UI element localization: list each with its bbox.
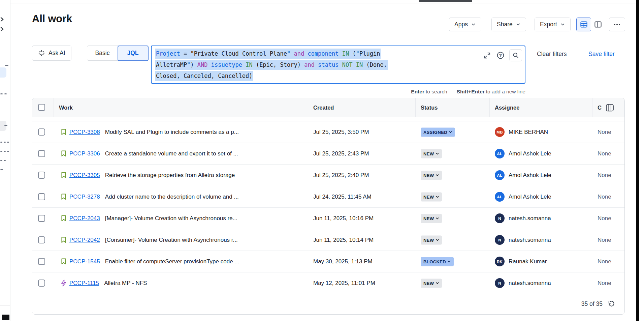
column-header-work[interactable]: Work [59, 98, 73, 117]
ai-sparkle-icon [38, 50, 45, 57]
assignee-cell: MBMIKE BERHAN [495, 121, 548, 143]
issue-summary[interactable]: Alletra MP - NFS [104, 280, 147, 287]
mode-jql-button[interactable]: JQL [118, 46, 149, 61]
issue-key-link[interactable]: PCCP-1545 [69, 258, 100, 265]
status-badge[interactable]: ASSIGNED [421, 127, 455, 137]
sidebar-fragment [5, 65, 8, 66]
help-icon: ? [496, 51, 505, 60]
jql-editor[interactable]: Project = "Private Cloud Control Plane" … [151, 46, 525, 84]
assignee-avatar: N [495, 235, 505, 245]
row-checkbox[interactable] [38, 172, 45, 179]
syntax-help-button[interactable]: ? [496, 51, 505, 60]
work-items-table: Work Created Status Assignee C PCCP-3308… [32, 98, 625, 315]
svg-text:?: ? [499, 53, 502, 58]
table-row[interactable]: PCCP-3306Create a standalone volume and … [32, 143, 624, 165]
sidebar-expand-chevron-icon[interactable] [0, 17, 4, 22]
chevron-down-icon [449, 130, 452, 134]
column-header-truncated[interactable]: C [598, 98, 602, 117]
select-all-checkbox[interactable] [38, 104, 45, 111]
status-badge[interactable]: NEW [421, 235, 442, 244]
issue-key-link[interactable]: PCCP-3278 [69, 194, 100, 200]
status-label: NEW [423, 173, 434, 178]
status-badge[interactable]: NEW [421, 279, 442, 288]
row-checkbox[interactable] [38, 236, 45, 243]
assignee-name: Amol Ashok Lele [509, 194, 551, 200]
chevron-down-icon [436, 238, 439, 242]
issue-summary[interactable]: Create a standalone volume and export it… [105, 150, 238, 157]
sidebar-fragment [0, 151, 2, 152]
issue-key-link[interactable]: PCCP-3308 [69, 129, 100, 136]
created-cell: May 12, 2025, 11:01 PM [313, 280, 375, 287]
story-icon [61, 172, 67, 179]
refresh-button[interactable] [607, 300, 615, 308]
work-cell: PCCP-3305Retrieve the storage properties… [61, 165, 235, 186]
apps-button[interactable]: Apps [449, 18, 481, 31]
table-row[interactable]: PCCP-3278Add cluster name to the descrip… [32, 186, 624, 208]
work-cell: PCCP-2043[Manager]- Volume Creation with… [61, 208, 237, 229]
assignee-avatar: RK [495, 257, 505, 266]
status-badge[interactable]: NEW [421, 149, 442, 158]
row-checkbox[interactable] [38, 280, 45, 287]
configure-columns-button[interactable] [605, 103, 614, 112]
issue-summary[interactable]: Enable filter of computeServer provision… [105, 258, 239, 265]
top-dark-fragment [419, 0, 472, 2]
issue-summary[interactable]: [Manager]- Volume Creation with Asynchro… [105, 215, 237, 222]
column-header-status[interactable]: Status [421, 98, 438, 117]
detail-view-button[interactable] [590, 18, 605, 31]
chevron-down-icon [436, 281, 439, 285]
table-row[interactable]: PCCP-3305Retrieve the storage properties… [32, 165, 624, 186]
expand-editor-button[interactable] [482, 51, 492, 60]
row-checkbox[interactable] [38, 150, 45, 157]
chevron-down-icon [516, 22, 521, 27]
clear-filters-button[interactable]: Clear filters [537, 51, 567, 58]
status-label: NEW [423, 216, 434, 221]
row-checkbox[interactable] [38, 215, 45, 222]
status-badge[interactable]: NEW [421, 192, 442, 201]
table-row[interactable]: PCCP-1545Enable filter of computeServer … [32, 251, 624, 272]
issue-key-link[interactable]: PCCP-2043 [69, 215, 100, 222]
table-row[interactable]: PCCP-2042[Consumer]- Volume Creation wit… [32, 229, 624, 251]
run-search-button[interactable] [509, 49, 522, 61]
assignee-name: Amol Ashok Lele [509, 150, 551, 157]
story-icon [61, 215, 67, 222]
export-button[interactable]: Export [535, 18, 571, 31]
status-badge[interactable]: NEW [421, 214, 442, 223]
status-label: NEW [423, 281, 434, 286]
issue-summary[interactable]: [Consumer]- Volume Creation with Asynchr… [105, 237, 238, 243]
table-row[interactable]: PCCP-1115Alletra MP - NFSMay 12, 2025, 1… [32, 272, 624, 294]
more-actions-button[interactable] [609, 18, 625, 31]
search-icon [512, 52, 519, 59]
result-count: 35 of 35 [581, 300, 603, 308]
jql-selected-text: Closed, Canceled, Cancelled) [155, 71, 253, 81]
save-filter-button[interactable]: Save filter [588, 51, 615, 58]
sidebar-fragment [7, 151, 9, 152]
table-view-button[interactable] [576, 18, 591, 31]
sidebar-fragment [0, 169, 3, 170]
row-checkbox[interactable] [38, 128, 45, 136]
hint-shift-enter: Shift+Enterto add a new line [457, 89, 525, 95]
status-badge[interactable]: NEW [421, 171, 442, 180]
share-button[interactable]: Share [491, 18, 526, 31]
mode-basic-button[interactable]: Basic [87, 50, 118, 57]
ask-ai-button[interactable]: Ask AI [32, 46, 71, 61]
sidebar-expand-chevron-icon[interactable] [0, 27, 4, 32]
column-header-created[interactable]: Created [313, 98, 334, 117]
issue-key-link[interactable]: PCCP-3306 [69, 150, 100, 157]
issue-summary[interactable]: Modify SAL and Plugin to include comment… [105, 129, 239, 136]
sidebar-fragment [4, 125, 7, 126]
table-row[interactable]: PCCP-2043[Manager]- Volume Creation with… [32, 208, 624, 229]
assignee-avatar: AL [495, 170, 505, 180]
assignee-avatar: AL [495, 149, 505, 158]
issue-summary[interactable]: Add cluster name to the description of v… [105, 194, 239, 200]
column-header-assignee[interactable]: Assignee [495, 98, 519, 117]
issue-key-link[interactable]: PCCP-2042 [69, 237, 100, 243]
story-icon [61, 150, 67, 157]
table-row[interactable]: PCCP-3308Modify SAL and Plugin to includ… [32, 121, 624, 143]
row-checkbox[interactable] [38, 258, 45, 265]
ellipsis-icon [613, 21, 621, 29]
issue-key-link[interactable]: PCCP-3305 [69, 172, 100, 179]
issue-summary[interactable]: Retrieve the storage properties from All… [105, 172, 235, 179]
row-checkbox[interactable] [38, 193, 45, 200]
status-badge[interactable]: BLOCKED [421, 257, 454, 266]
issue-key-link[interactable]: PCCP-1115 [69, 280, 99, 287]
